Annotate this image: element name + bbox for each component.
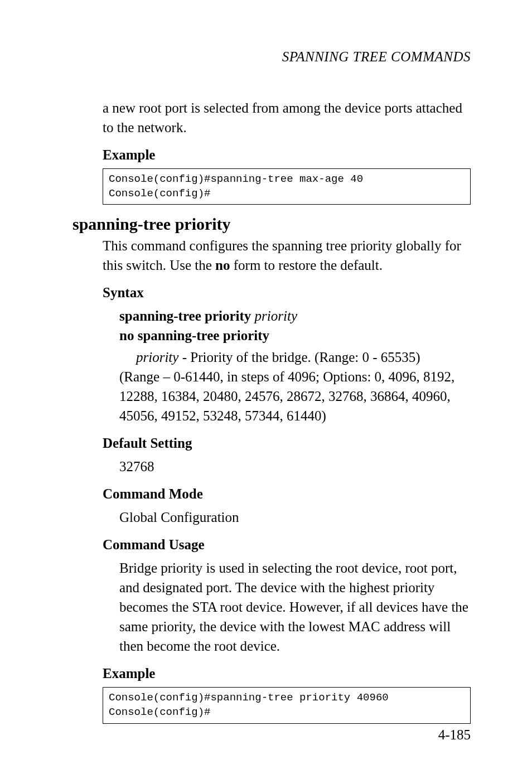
default-setting-value: 32768 [119,457,471,476]
syntax-label: Syntax [103,285,471,301]
command-description: This command configures the spanning tre… [103,236,471,275]
range-lines: (Range – 0-61440, in steps of 4096; Opti… [119,367,471,425]
syntax-line2: no spanning-tree priority [119,326,471,345]
param-block: priority - Priority of the bridge. (Rang… [136,347,471,425]
intro-paragraph: a new root port is selected from among t… [103,98,471,137]
example2-label: Example [103,666,471,681]
example1-code: Console(config)#spanning-tree max-age 40… [103,168,471,205]
page-number: 4-185 [438,727,471,743]
param-ital: priority [136,350,178,365]
syntax-line1: spanning-tree priority priority [119,306,471,326]
syntax-block: spanning-tree priority priority no spann… [119,306,471,425]
syntax-line1-bold: spanning-tree priority [119,308,255,323]
param-rest: - Priority of the bridge. (Range: 0 - 65… [178,350,420,365]
page-container: SPANNING TREE COMMANDS a new root port i… [0,0,532,774]
command-usage-text: Bridge priority is used in selecting the… [119,558,471,656]
example1-label: Example [103,147,471,163]
running-head: SPANNING TREE COMMANDS [72,49,471,65]
command-usage-label: Command Usage [103,537,471,553]
desc-bold: no [215,258,230,273]
command-title: spanning-tree priority [72,215,471,234]
default-setting-label: Default Setting [103,436,471,451]
command-mode-label: Command Mode [103,486,471,502]
syntax-line1-ital: priority [255,308,297,323]
command-mode-value: Global Configuration [119,507,471,527]
example2-code: Console(config)#spanning-tree priority 4… [103,687,471,723]
desc-part2: form to restore the default. [230,258,383,273]
